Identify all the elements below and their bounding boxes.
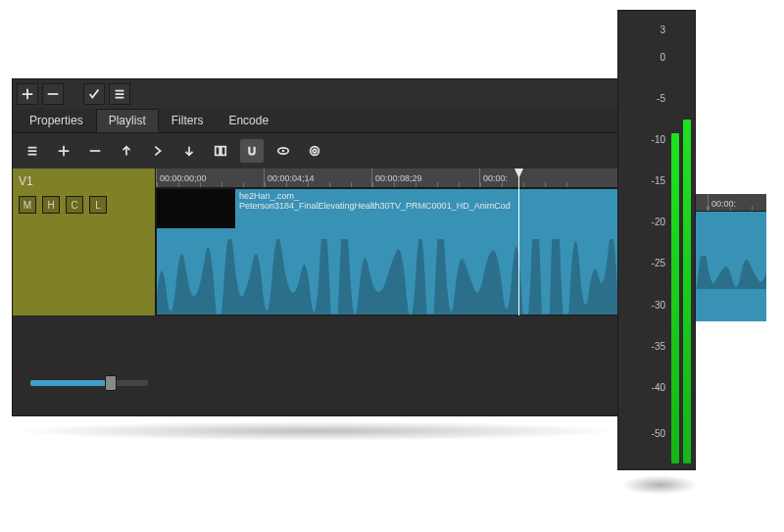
tabs: Properties Playlist Filters Encode	[13, 109, 618, 133]
track-name: V1	[19, 174, 149, 188]
svg-rect-0	[216, 147, 220, 156]
svg-point-3	[282, 150, 285, 153]
panel-shadow	[14, 421, 621, 441]
ruler-tick: 00:00:08;29	[371, 169, 479, 187]
tab-filters[interactable]: Filters	[159, 109, 217, 132]
tab-playlist[interactable]: Playlist	[96, 109, 159, 132]
zoom-slider[interactable]	[30, 380, 148, 386]
clip-label: he2Han_.com_ Peterson3184_FinalElevating…	[157, 189, 618, 213]
timeline-split-button[interactable]	[209, 139, 232, 163]
timeline-up-button[interactable]	[115, 139, 138, 163]
timeline-right-button[interactable]	[146, 139, 170, 163]
tab-encode[interactable]: Encode	[216, 109, 281, 132]
timeline-scrub-button[interactable]	[271, 139, 295, 163]
add-button[interactable]	[17, 83, 38, 105]
track-lane[interactable]: 00:00:00;00 00:00:04;14 00:00:08;29 00:0…	[156, 169, 618, 315]
menu-button[interactable]	[109, 83, 130, 105]
editor-panel: Properties Playlist Filters Encode V1 M …	[12, 78, 619, 416]
svg-point-5	[311, 147, 319, 156]
scale-label: -20	[652, 217, 665, 227]
meter-bar-right	[683, 120, 691, 463]
scale-label: -15	[652, 175, 665, 186]
tab-label: Playlist	[109, 114, 146, 127]
zoom-fill	[30, 380, 107, 386]
timeline-toolbar	[13, 133, 618, 169]
tab-properties[interactable]: Properties	[17, 109, 96, 132]
scale-label: -10	[652, 134, 665, 145]
tab-label: Encode	[228, 114, 269, 127]
ruler-tick: 00:00:00;00	[156, 169, 264, 187]
zoom-thumb[interactable]	[105, 375, 117, 391]
meter-shadow	[621, 475, 698, 495]
timeline-down-button[interactable]	[177, 139, 201, 163]
svg-point-4	[313, 149, 317, 153]
timeline-remove-button[interactable]	[83, 139, 107, 163]
timeline-snap-button[interactable]	[240, 139, 264, 163]
scale-label: 0	[660, 51, 665, 62]
clip-waveform	[157, 239, 618, 314]
tab-label: Properties	[29, 114, 83, 127]
meter-bar-left	[671, 133, 679, 463]
meter-scale: 3 0 -5 -10 -15 -20 -25 -30 -35 -40 -50	[618, 11, 671, 469]
remove-button[interactable]	[42, 83, 64, 105]
chip-c[interactable]: C	[66, 196, 83, 214]
timeline-footer	[13, 315, 618, 404]
scale-label: -35	[652, 340, 665, 351]
timeline-add-button[interactable]	[52, 139, 75, 163]
chip-m[interactable]: M	[19, 196, 36, 214]
meter-bars	[671, 11, 695, 469]
timeline-menu-button[interactable]	[21, 139, 44, 163]
timeline-ripple-button[interactable]	[303, 139, 326, 163]
scale-label: -40	[652, 381, 665, 392]
scale-label: -5	[657, 92, 665, 103]
apply-button[interactable]	[83, 83, 105, 105]
chip-h[interactable]: H	[42, 196, 60, 214]
topbar	[13, 79, 618, 109]
scale-label: 3	[660, 24, 665, 34]
ruler-tick: 00:00:	[708, 194, 766, 211]
ruler-tick: 00:00:	[479, 169, 587, 187]
track-header: V1 M H C L	[13, 169, 156, 315]
chip-l[interactable]: L	[89, 196, 107, 214]
svg-rect-1	[221, 147, 225, 156]
video-clip[interactable]: he2Han_.com_ Peterson3184_FinalElevating…	[156, 188, 618, 315]
time-ruler[interactable]: 00:00:00;00 00:00:04;14 00:00:08;29 00:0…	[156, 169, 618, 188]
ruler-tick: 00:00:04;14	[264, 169, 371, 187]
timeline: V1 M H C L 00:00:00;00 00:00:04;14 00:00…	[13, 169, 618, 315]
scale-label: -30	[652, 299, 665, 310]
tab-label: Filters	[172, 114, 204, 127]
scale-label: -25	[652, 258, 665, 268]
track-chips: M H C L	[19, 196, 149, 214]
audio-meter: 3 0 -5 -10 -15 -20 -25 -30 -35 -40 -50	[617, 10, 696, 470]
scale-label: -50	[652, 427, 665, 438]
playhead[interactable]	[518, 169, 519, 315]
